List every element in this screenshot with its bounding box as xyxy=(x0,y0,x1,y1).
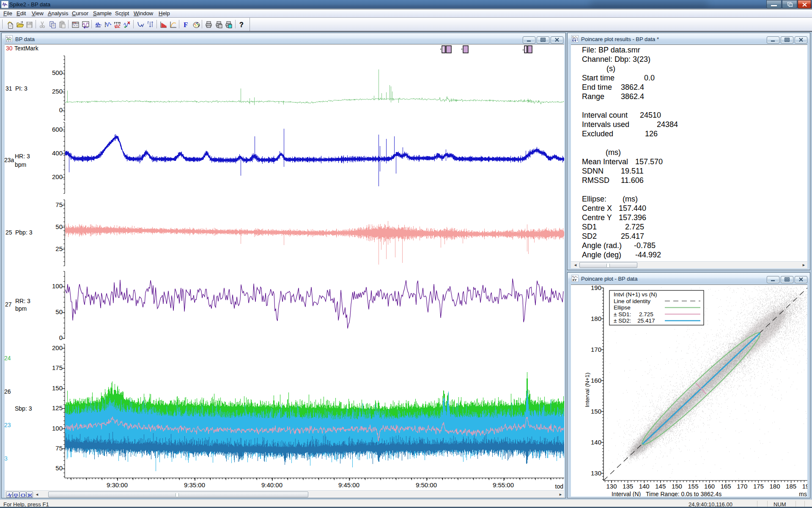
svg-text:140: 140 xyxy=(639,483,650,490)
svg-text:130: 130 xyxy=(591,469,601,477)
svg-text:Intvl (N+1) vs (N): Intvl (N+1) vs (N) xyxy=(614,291,657,298)
svg-text:?: ? xyxy=(239,21,244,28)
svg-text:Ellipse: Ellipse xyxy=(614,304,631,311)
svg-text:190: 190 xyxy=(591,285,601,291)
svg-text:170: 170 xyxy=(591,346,601,353)
svg-text:Line of identity: Line of identity xyxy=(614,298,650,304)
svg-text:ms: ms xyxy=(799,491,807,497)
svg-text:135: 135 xyxy=(623,483,633,490)
svg-text:145: 145 xyxy=(655,483,666,490)
svg-text:185: 185 xyxy=(786,483,796,490)
svg-text:150: 150 xyxy=(591,408,601,415)
svg-text:F: F xyxy=(184,21,188,29)
svg-text:Time Range: 0.0s to 3862.4s: Time Range: 0.0s to 3862.4s xyxy=(646,491,721,497)
svg-text:Interval (N+1): Interval (N+1) xyxy=(584,373,590,407)
svg-text:165: 165 xyxy=(721,483,731,490)
svg-text:± SD2: 25.417: ± SD2: 25.417 xyxy=(614,318,655,324)
svg-text:130: 130 xyxy=(606,483,617,490)
svg-text:140: 140 xyxy=(591,439,601,446)
svg-text:170: 170 xyxy=(737,483,747,490)
svg-text:160: 160 xyxy=(591,377,601,384)
svg-text:175: 175 xyxy=(753,483,764,490)
svg-text:160: 160 xyxy=(704,483,715,490)
svg-text:180: 180 xyxy=(769,483,780,490)
svg-text:± SD1: 2.725: ± SD1: 2.725 xyxy=(614,311,653,318)
svg-text:190: 190 xyxy=(802,483,807,490)
svg-text:Interval (N): Interval (N) xyxy=(612,491,641,497)
svg-text:150: 150 xyxy=(672,483,682,490)
svg-text:155: 155 xyxy=(688,483,698,490)
svg-text:180: 180 xyxy=(591,315,601,322)
svg-text:XY: XY xyxy=(572,278,577,282)
